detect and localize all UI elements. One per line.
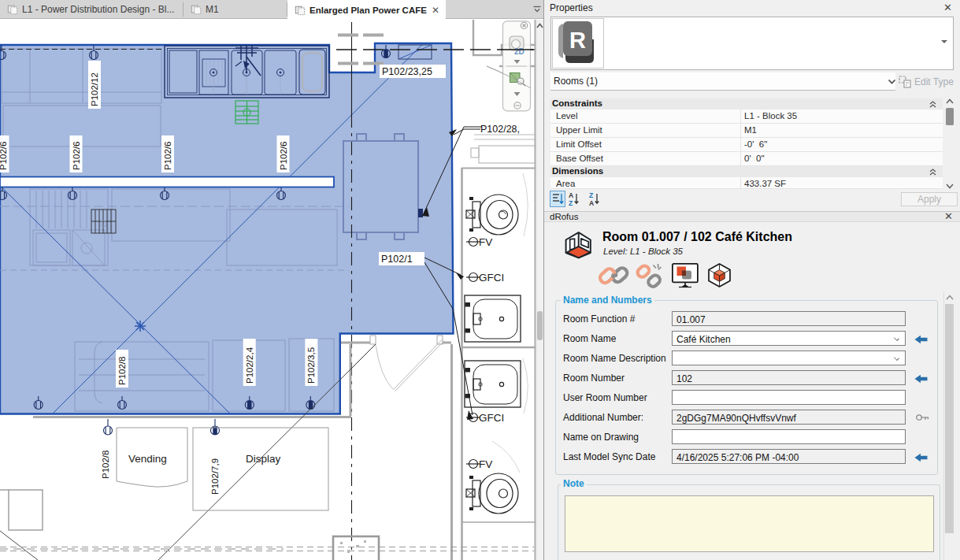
svg-text:P102/6: P102/6: [279, 142, 288, 170]
svg-text:P102/8: P102/8: [101, 451, 110, 479]
svg-text:Display: Display: [246, 453, 281, 465]
svg-text:P102/3,5: P102/3,5: [306, 347, 316, 384]
svg-text:Z: Z: [589, 191, 593, 199]
svg-text:P102/28,: P102/28,: [480, 124, 520, 135]
svg-text:P102/1: P102/1: [381, 254, 413, 265]
svg-text:Z: Z: [569, 199, 573, 207]
svg-text:R: R: [569, 28, 586, 53]
svg-text:GFCI: GFCI: [479, 412, 504, 424]
svg-text:P102/2,4: P102/2,4: [245, 347, 254, 384]
svg-text:A: A: [569, 191, 573, 199]
svg-text:P102/8: P102/8: [117, 357, 127, 385]
svg-text:P102/6: P102/6: [0, 142, 8, 170]
svg-text:GFCI: GFCI: [479, 272, 504, 284]
svg-text:FV: FV: [479, 458, 492, 470]
svg-text:2D: 2D: [514, 47, 524, 56]
svg-text:P102/7,9: P102/7,9: [210, 458, 220, 495]
svg-text:P102/12: P102/12: [90, 72, 99, 106]
svg-text:Vending: Vending: [128, 453, 167, 465]
svg-text:P102/6: P102/6: [163, 142, 172, 170]
svg-text:P102/6: P102/6: [72, 142, 81, 170]
svg-text:A: A: [589, 199, 594, 207]
svg-text:FV: FV: [479, 236, 492, 248]
svg-text:P102/23,25: P102/23,25: [382, 66, 432, 77]
